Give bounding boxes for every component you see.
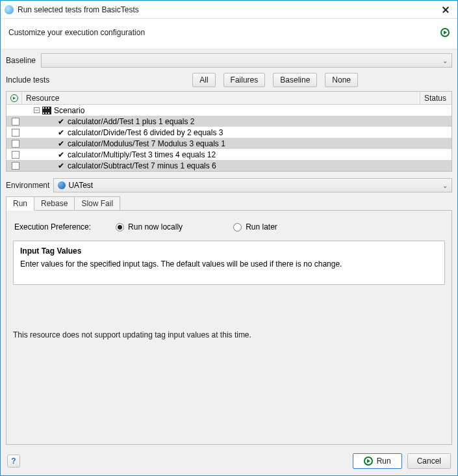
scenario-icon	[42, 107, 51, 114]
tree-row[interactable]: ✔calculator/Divide/Test 6 divided by 2 e…	[6, 127, 452, 138]
unsupported-message: This resource does not support updating …	[13, 330, 445, 339]
include-failures-button[interactable]: Failures	[223, 73, 266, 87]
tree-row[interactable]: ✔calculator/Add/Test 1 plus 1 equals 2	[6, 116, 452, 127]
test-icon: ✔	[57, 139, 65, 148]
tree-root-row[interactable]: − Scenario	[6, 105, 452, 116]
include-tests-row: Include tests All Failures Baseline None	[1, 70, 457, 90]
test-icon: ✔	[57, 150, 65, 159]
tree-row[interactable]: ✔calculator/Modulus/Test 7 Modulus 3 equ…	[6, 138, 452, 149]
test-icon: ✔	[57, 128, 65, 137]
footer: ? Run Cancel	[1, 449, 457, 475]
execution-preference-row: Execution Preference: Run now locally Ru…	[14, 222, 444, 231]
row-label: calculator/Subtract/Test 7 minus 1 equal…	[68, 161, 216, 170]
environment-selected: UATest	[68, 181, 93, 190]
pref-option-run-now[interactable]: Run now locally	[116, 222, 183, 231]
help-icon: ?	[11, 456, 16, 466]
row-checkbox[interactable]	[12, 129, 19, 137]
row-checkbox[interactable]	[12, 118, 19, 126]
test-icon: ✔	[57, 161, 65, 170]
include-buttons: All Failures Baseline None	[192, 73, 358, 87]
column-run[interactable]	[6, 92, 22, 104]
execution-preference-label: Execution Preference:	[14, 222, 91, 231]
tree-root-label: Scenario	[54, 106, 84, 115]
tree-body: − Scenario ✔calculator/Add/Test 1 plus 1…	[6, 105, 452, 171]
baseline-row: Baseline ⌄	[1, 49, 457, 70]
include-baseline-button[interactable]: Baseline	[273, 73, 317, 87]
row-label: calculator/Divide/Test 6 divided by 2 eq…	[68, 128, 223, 137]
chevron-down-icon: ⌄	[442, 57, 448, 64]
baseline-dropdown[interactable]: ⌄	[41, 53, 452, 68]
input-tag-values-box: Input Tag Values Enter values for the sp…	[13, 241, 445, 285]
close-icon[interactable]	[440, 5, 451, 15]
play-icon	[364, 456, 373, 466]
cancel-button[interactable]: Cancel	[407, 453, 451, 469]
tabs: Run Rebase Slow Fail	[1, 196, 457, 211]
column-status[interactable]: Status	[420, 92, 452, 104]
tree-row[interactable]: ✔calculator/Multiply/Test 3 times 4 equa…	[6, 149, 452, 160]
pref-opt-now-label: Run now locally	[128, 222, 183, 231]
environment-row: Environment UATest ⌄	[1, 176, 457, 195]
app-icon	[5, 5, 14, 14]
tag-box-header: Input Tag Values	[20, 246, 438, 256]
tab-panel-run: Execution Preference: Run now locally Ru…	[6, 210, 452, 445]
include-none-button[interactable]: None	[325, 73, 358, 87]
chevron-down-icon: ⌄	[442, 182, 448, 189]
help-button[interactable]: ?	[7, 455, 20, 468]
radio-selected-icon	[116, 223, 124, 231]
tab-run[interactable]: Run	[6, 196, 34, 211]
baseline-label: Baseline	[6, 56, 36, 65]
header-subtitle: Customize your execution configuration	[8, 28, 440, 37]
header-area: Customize your execution configuration	[1, 19, 457, 49]
row-checkbox[interactable]	[12, 151, 19, 159]
row-label: calculator/Multiply/Test 3 times 4 equal…	[68, 150, 216, 159]
window-title: Run selected tests from BasicTests	[18, 5, 440, 14]
pref-opt-later-label: Run later	[246, 222, 277, 231]
tab-slow-fail[interactable]: Slow Fail	[74, 196, 120, 211]
environment-label: Environment	[6, 181, 49, 190]
row-label: calculator/Modulus/Test 7 Modulus 3 equa…	[68, 139, 225, 148]
dialog-window: Run selected tests from BasicTests Custo…	[0, 0, 458, 476]
toggle-collapse-icon[interactable]: −	[34, 107, 40, 113]
play-icon	[10, 94, 18, 102]
radio-icon	[233, 223, 242, 231]
tab-rebase[interactable]: Rebase	[34, 196, 75, 211]
run-button[interactable]: Run	[353, 453, 402, 469]
run-button-label: Run	[377, 456, 391, 466]
titlebar: Run selected tests from BasicTests	[1, 1, 457, 19]
tests-tree: Resource Status − Scenario ✔calculator/A…	[6, 91, 452, 172]
tag-box-desc: Enter values for the specified input tag…	[20, 259, 438, 269]
include-tests-label: Include tests	[6, 75, 49, 85]
row-label: calculator/Add/Test 1 plus 1 equals 2	[68, 117, 194, 126]
tree-header: Resource Status	[6, 92, 452, 105]
globe-icon	[58, 181, 66, 189]
row-checkbox[interactable]	[12, 162, 19, 170]
column-resource[interactable]: Resource	[22, 92, 420, 104]
test-icon: ✔	[57, 117, 65, 126]
run-header-icon	[440, 28, 450, 37]
environment-dropdown[interactable]: UATest ⌄	[53, 178, 452, 192]
include-all-button[interactable]: All	[192, 73, 215, 87]
row-checkbox[interactable]	[12, 140, 19, 148]
tree-row[interactable]: ✔calculator/Subtract/Test 7 minus 1 equa…	[6, 160, 452, 171]
pref-option-run-later[interactable]: Run later	[233, 222, 277, 231]
